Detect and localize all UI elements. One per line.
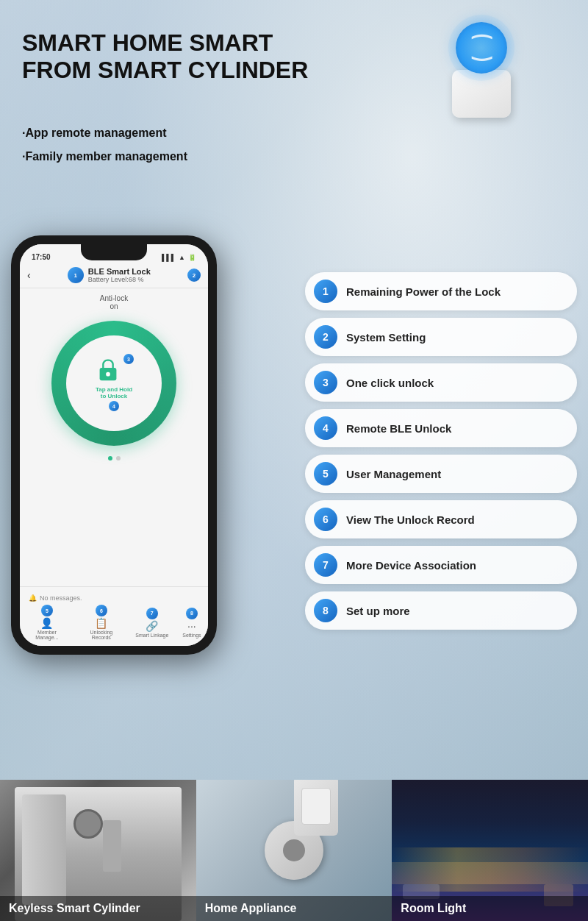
status-icons: ▌▌▌ ▲ 🔋 <box>162 254 196 261</box>
notification-bar: 🔔 No messages. <box>20 591 208 605</box>
hero-section: SMART HOME SMART FROM SMART CYLINDER ·Ap… <box>0 0 588 780</box>
feature-item-4[interactable]: 4 Remote BLE Unlock <box>305 409 577 447</box>
feature-num-7: 7 <box>314 553 337 577</box>
lock-inner[interactable]: 3 Tap and Hold to Unlock 4 <box>66 335 162 431</box>
feature-item-3[interactable]: 3 One click unlock <box>305 363 577 402</box>
dot-inactive <box>116 456 121 460</box>
dot-active <box>108 456 112 460</box>
bullet-family: ·Family member management <box>22 145 187 168</box>
title-line1: SMART HOME SMART <box>22 29 308 57</box>
status-time: 17:50 <box>32 253 51 261</box>
lock-ring[interactable]: 3 Tap and Hold to Unlock 4 <box>51 321 176 446</box>
feature-num-1: 1 <box>314 280 337 303</box>
nav-item-records[interactable]: 6 📋 Unlocking Records <box>81 605 121 640</box>
header-badge-2[interactable]: 2 <box>187 269 201 282</box>
ble-device: ⁐ <box>434 22 529 125</box>
app-header: ‹ 1 BLE Smart Lock Battery Level:68 % 2 <box>20 264 208 288</box>
bluetooth-icon: ⁐ <box>456 22 507 74</box>
feature-num-6: 6 <box>314 508 337 531</box>
lock-icon <box>94 355 122 383</box>
settings-label: Settings <box>182 633 201 638</box>
feature-num-3: 3 <box>314 371 337 394</box>
bottom-row: Keyless Smart Cylinder Home Appliance Ro… <box>0 780 588 921</box>
feature-text-5: User Management <box>346 468 441 480</box>
linkage-label: Smart Linkage <box>135 633 168 638</box>
features-list: 1 Remaining Power of the Lock 2 System S… <box>305 272 577 630</box>
cylinder-label: Keyless Smart Cylinder <box>0 896 196 921</box>
hero-title: SMART HOME SMART FROM SMART CYLINDER <box>22 29 308 84</box>
carousel-dots <box>20 452 208 465</box>
bottom-nav: 🔔 No messages. 5 👤 Member Manage... 6 📋 <box>20 586 208 646</box>
linkage-icon: 🔗 <box>146 620 158 632</box>
feature-item-5[interactable]: 5 User Management <box>305 455 577 493</box>
feature-item-8[interactable]: 8 Set up more <box>305 591 577 630</box>
feature-item-2[interactable]: 2 System Setting <box>305 318 577 356</box>
phone-screen: 17:50 ▌▌▌ ▲ 🔋 ‹ 1 BLE Smart Lock Batter <box>20 244 208 646</box>
phone-outer: 17:50 ▌▌▌ ▲ 🔋 ‹ 1 BLE Smart Lock Batter <box>11 235 217 655</box>
feature-text-3: One click unlock <box>346 377 434 389</box>
member-label: Member Manage... <box>26 630 67 640</box>
feature-num-5: 5 <box>314 462 337 486</box>
feature-item-1[interactable]: 1 Remaining Power of the Lock <box>305 272 577 310</box>
lock-icon-area: 3 <box>94 355 134 383</box>
panel-appliance: Home Appliance <box>196 780 392 921</box>
lock-num-4: 4 <box>109 401 119 411</box>
feature-text-7: More Device Association <box>346 559 476 572</box>
feature-item-7[interactable]: 7 More Device Association <box>305 546 577 584</box>
anti-lock-label: Anti-lock <box>20 294 208 302</box>
tap-hold-line1: Tap and Hold to Unlock <box>96 386 132 399</box>
lock-num-3: 3 <box>123 354 134 364</box>
battery-level: Battery Level:68 % <box>88 276 151 283</box>
device-name: BLE Smart Lock <box>88 267 151 276</box>
feature-num-4: 4 <box>314 416 337 440</box>
nav-item-member[interactable]: 5 👤 Member Manage... <box>26 605 67 640</box>
nav-item-settings[interactable]: 8 ··· Settings <box>182 608 201 638</box>
feature-text-1: Remaining Power of the Lock <box>346 285 501 298</box>
feature-num-8: 8 <box>314 599 337 622</box>
header-badge-1: 1 <box>68 267 84 283</box>
records-icon: 📋 <box>95 617 107 629</box>
feature-text-6: View The Unlock Record <box>346 513 475 526</box>
anti-lock-area: Anti-lock on <box>20 288 208 313</box>
lock-area: 3 Tap and Hold to Unlock 4 <box>20 313 208 452</box>
feature-text-2: System Setting <box>346 331 426 344</box>
svg-point-1 <box>106 372 110 377</box>
nav-item-linkage[interactable]: 7 🔗 Smart Linkage <box>135 608 168 638</box>
notification-text: No messages. <box>40 594 82 602</box>
room-label: Room Light <box>392 896 588 921</box>
nav-items: 5 👤 Member Manage... 6 📋 Unlocking Recor… <box>20 605 208 640</box>
feature-text-4: Remote BLE Unlock <box>346 422 451 435</box>
phone-mockup: 17:50 ▌▌▌ ▲ 🔋 ‹ 1 BLE Smart Lock Batter <box>11 235 224 736</box>
back-icon[interactable]: ‹ <box>27 269 31 281</box>
settings-icon: ··· <box>187 620 196 632</box>
header-title: 1 BLE Smart Lock Battery Level:68 % <box>68 267 151 283</box>
feature-text-8: Set up more <box>346 605 410 617</box>
panel-room: Room Light <box>392 780 588 921</box>
feature-item-6[interactable]: 6 View The Unlock Record <box>305 500 577 538</box>
records-label: Unlocking Records <box>81 630 121 640</box>
bullet-remote: ·App remote management <box>22 121 187 145</box>
hero-subtitle: ·App remote management ·Family member ma… <box>22 121 187 168</box>
phone-notch <box>81 244 147 260</box>
panel-cylinder: Keyless Smart Cylinder <box>0 780 196 921</box>
feature-num-2: 2 <box>314 325 337 349</box>
appliance-label: Home Appliance <box>196 896 392 921</box>
title-line2: FROM SMART CYLINDER <box>22 57 308 84</box>
member-icon: 👤 <box>40 617 53 629</box>
anti-lock-value: on <box>20 302 208 310</box>
